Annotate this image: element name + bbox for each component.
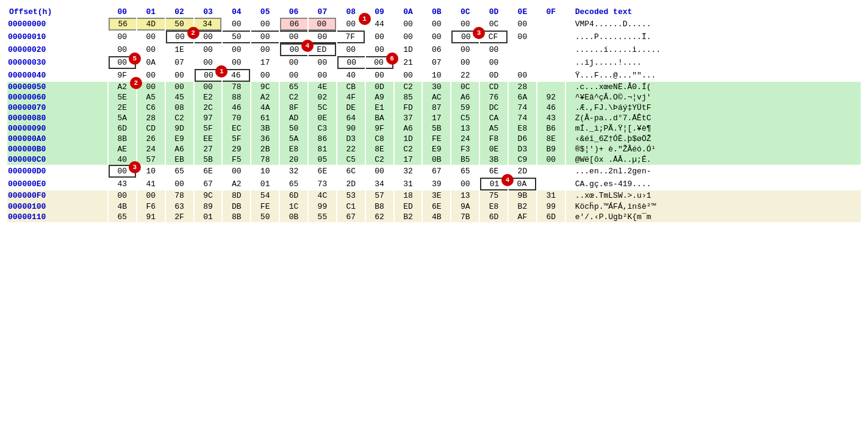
cell-byte-17-12: 7B — [451, 212, 479, 222]
badge-3-r13: 3 — [129, 161, 141, 173]
cell-byte-17-2: 2F — [166, 212, 193, 222]
cell-byte-17-15: 6D — [537, 212, 565, 222]
cell-offset-7: 00000070 — [7, 103, 107, 113]
cell-byte-7-13: DC — [480, 103, 508, 113]
cell-byte-12-2: EB — [166, 154, 193, 165]
cell-byte-1-12: 003 — [451, 31, 479, 43]
cell-byte-0-8: 001 — [337, 18, 365, 31]
cell-byte-16-11: 6E — [423, 201, 450, 212]
cell-decoded-15: ..xœ.TmLSW.>.u›1 — [566, 190, 861, 201]
cell-byte-2-15 — [537, 43, 565, 56]
cell-byte-3-14 — [509, 56, 536, 69]
cell-byte-0-1: 4D — [137, 18, 165, 31]
cell-byte-4-15 — [537, 69, 565, 82]
cell-byte-9-2: 9D — [166, 123, 193, 134]
cell-byte-1-2: 002 — [166, 31, 193, 43]
cell-byte-0-14: 00 — [509, 18, 536, 31]
cell-byte-15-12: 13 — [451, 190, 479, 201]
cell-byte-2-1: 00 — [137, 43, 165, 56]
cell-decoded-6: ^¥Eâ^çÂ.O©.¬¦vj' — [566, 92, 861, 103]
cell-byte-16-8: C1 — [337, 201, 365, 212]
cell-byte-9-13: A5 — [480, 123, 508, 134]
cell-byte-6-12: A6 — [451, 92, 479, 103]
cell-byte-13-15 — [537, 165, 565, 178]
cell-byte-10-6: 5A — [280, 134, 307, 144]
cell-byte-16-1: F6 — [137, 201, 165, 212]
cell-offset-6: 00000060 — [7, 92, 107, 103]
cell-byte-5-11: 30 — [423, 82, 450, 92]
cell-byte-12-14: C9 — [509, 154, 536, 165]
cell-decoded-8: Z(Â-pa..d°7.ÅÊtC — [566, 113, 861, 123]
cell-byte-13-1: 10 — [137, 165, 165, 178]
cell-byte-8-1: 28 — [137, 113, 165, 123]
cell-byte-3-1: 0A — [137, 56, 165, 69]
cell-byte-10-0: 8B — [109, 134, 136, 144]
cell-byte-6-7: 02 — [309, 92, 336, 103]
cell-byte-4-10: 00 — [395, 69, 422, 82]
cell-byte-17-7: 55 — [309, 212, 336, 222]
cell-byte-13-14: 2D — [509, 165, 536, 178]
cell-byte-4-13: 0D — [480, 69, 508, 82]
cell-byte-15-4: 8D — [223, 190, 250, 201]
cell-byte-15-15: 31 — [537, 190, 565, 201]
cell-byte-1-0: 00 — [109, 31, 136, 43]
cell-byte-5-12: 0C — [451, 82, 479, 92]
cell-byte-11-10: C2 — [395, 144, 422, 154]
badge-4-r2: 4 — [301, 40, 314, 52]
cell-byte-0-13: 0C — [480, 18, 508, 31]
header-col-0d: 0D — [480, 6, 508, 18]
cell-byte-5-4: 78 — [223, 82, 250, 92]
cell-byte-11-15: B9 — [537, 144, 565, 154]
cell-offset-14: 000000E0 — [7, 178, 107, 190]
cell-byte-17-0: 65 — [109, 212, 136, 222]
cell-offset-15: 000000F0 — [7, 190, 107, 201]
cell-byte-2-5: 00 — [251, 43, 279, 56]
cell-byte-14-9: 34 — [366, 178, 393, 190]
cell-byte-16-2: 63 — [166, 201, 193, 212]
cell-byte-3-0: 005 — [109, 56, 136, 69]
cell-byte-5-8: CB — [337, 82, 365, 92]
cell-byte-10-5: 36 — [251, 134, 279, 144]
cell-byte-5-14: 28 — [509, 82, 536, 92]
cell-byte-5-10: C2 — [395, 82, 422, 92]
cell-byte-16-6: 1C — [280, 201, 307, 212]
cell-byte-4-12: 22 — [451, 69, 479, 82]
cell-byte-0-10: 00 — [395, 18, 422, 31]
cell-byte-12-1: 57 — [137, 154, 165, 165]
cell-decoded-13: ...en..2nl.2gen- — [566, 165, 861, 178]
cell-byte-14-0: 43 — [109, 178, 136, 190]
cell-byte-11-0: AE — [109, 144, 136, 154]
cell-byte-8-11: 17 — [423, 113, 450, 123]
badge-3-r1: 3 — [473, 27, 485, 39]
cell-decoded-5: .c...xœeNË.Â0.Í( — [566, 82, 861, 92]
cell-byte-1-10: 00 — [395, 31, 422, 43]
cell-byte-8-7: 0E — [309, 113, 336, 123]
cell-byte-4-11: 10 — [423, 69, 450, 82]
cell-decoded-2: ......í.....i..... — [566, 43, 861, 56]
cell-byte-9-11: 5B — [423, 123, 450, 134]
cell-byte-13-8: 6C — [337, 165, 365, 178]
cell-byte-12-13: 3B — [480, 154, 508, 165]
cell-byte-6-2: 45 — [166, 92, 193, 103]
cell-byte-13-11: 67 — [423, 165, 450, 178]
cell-byte-16-13: E8 — [480, 201, 508, 212]
cell-byte-1-11: 00 — [423, 31, 450, 43]
cell-byte-15-14: 9B — [509, 190, 536, 201]
cell-byte-7-9: E1 — [366, 103, 393, 113]
cell-byte-5-6: 65 — [280, 82, 307, 92]
cell-byte-7-2: 08 — [166, 103, 193, 113]
cell-byte-8-9: BA — [366, 113, 393, 123]
cell-byte-16-4: DB — [223, 201, 250, 212]
header-col-00: 00 — [109, 6, 136, 18]
cell-byte-4-3: 001 — [195, 69, 222, 82]
cell-byte-10-1: 26 — [137, 134, 165, 144]
cell-byte-15-3: 9C — [195, 190, 222, 201]
cell-byte-16-10: ED — [395, 201, 422, 212]
cell-byte-5-15 — [537, 82, 565, 92]
cell-byte-17-5: 50 — [251, 212, 279, 222]
cell-byte-10-15: 8E — [537, 134, 565, 144]
cell-byte-2-3: 00 — [195, 43, 222, 56]
cell-byte-0-4: 00 — [223, 18, 250, 31]
cell-byte-8-14: 74 — [509, 113, 536, 123]
cell-byte-4-14: 00 — [509, 69, 536, 82]
